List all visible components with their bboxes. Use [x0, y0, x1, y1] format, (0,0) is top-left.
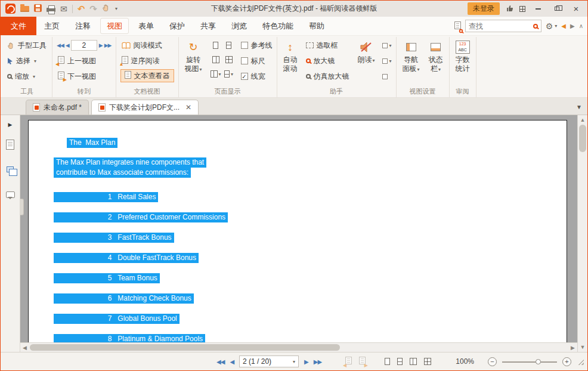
selected-text-line[interactable]: 5 Team Bonus	[54, 273, 160, 283]
tab-list-dropdown-icon[interactable]: ▼	[576, 104, 582, 110]
save-icon[interactable]	[34, 4, 42, 14]
horizontal-scrollbar[interactable]: ◀ ▶	[20, 342, 577, 352]
read-aloud-option-icon-2[interactable]: ▾	[382, 54, 392, 68]
scroll-down-icon[interactable]: ▼	[578, 344, 587, 350]
document-view[interactable]: The Max PlanThe Max Plan integrates nine…	[20, 115, 577, 352]
prev-page-button[interactable]: ◀	[66, 42, 69, 48]
loupe-button[interactable]: 仿真放大镜	[305, 69, 351, 84]
panel-splitter-handle[interactable]	[20, 199, 24, 215]
selected-text-line[interactable]: 3 FastTrack Bonus	[54, 233, 174, 243]
comments-panel-button[interactable]	[1, 182, 20, 207]
next-page-button[interactable]: ▶	[99, 42, 103, 48]
read-aloud-option-icon-1[interactable]: ▾	[382, 38, 392, 52]
zoom-slider[interactable]	[502, 357, 557, 366]
collapse-ribbon-icon[interactable]: ∧	[579, 23, 583, 29]
last-page-button[interactable]: ▶▶	[104, 42, 112, 48]
promote-icon[interactable]	[506, 4, 513, 14]
layout-continuous-icon[interactable]	[226, 42, 231, 49]
ruler-checkbox-row[interactable]: 标尺	[241, 54, 273, 68]
tab-protect[interactable]: 保护	[162, 17, 193, 35]
search-input[interactable]	[469, 22, 531, 30]
autoscroll-button[interactable]: ↕ 自动 滚动	[281, 38, 299, 74]
layout-continuous-facing-icon[interactable]	[225, 56, 233, 63]
tab-share[interactable]: 共享	[193, 17, 224, 35]
zoom-out-button[interactable]: −	[488, 357, 497, 366]
selected-text-line[interactable]: 6 Matching Check Bonus	[54, 293, 194, 304]
hand-tool-icon[interactable]	[102, 4, 110, 14]
statusbar-layout-single-icon[interactable]	[385, 358, 390, 365]
layout-book-icon[interactable]: ▾	[224, 70, 233, 78]
first-page-button[interactable]: ◀◀	[57, 42, 64, 48]
hand-tool-button[interactable]: 手型工具	[6, 38, 48, 52]
read-aloud-option-icon-3[interactable]	[382, 69, 392, 84]
status-bar-button[interactable]: 状态 栏▾	[427, 38, 445, 75]
resize-grip[interactable]	[577, 358, 584, 365]
guides-checkbox[interactable]	[241, 42, 248, 49]
rotate-view-button[interactable]: ↻ 旋转 视图▾	[183, 38, 204, 75]
zoom-tool-button[interactable]: 缩放▾	[6, 69, 48, 84]
word-count-button[interactable]: 123ABC 字数 统计	[454, 38, 472, 74]
read-mode-button[interactable]: 阅读模式	[120, 38, 174, 52]
read-aloud-button[interactable]: 朗读▾	[356, 38, 377, 66]
search-document-icon[interactable]	[454, 21, 461, 32]
statusbar-last-page-icon[interactable]: ▶▶	[314, 358, 321, 365]
doc-tab-active[interactable]: 下载奖金计划PDF文... ✕	[91, 100, 199, 115]
layout-single-page-icon[interactable]	[213, 42, 218, 49]
minimize-button[interactable]	[531, 4, 544, 14]
statusbar-first-page-icon[interactable]: ◀◀	[216, 358, 224, 365]
magnifier-button[interactable]: 放大镜	[305, 54, 351, 68]
expand-panel-button[interactable]: ▶	[1, 118, 20, 132]
next-view-button[interactable]: ▶下一视图	[57, 69, 112, 84]
selected-text-line[interactable]: 4 Double FastTrack Bonus	[54, 253, 199, 263]
login-button[interactable]: 未登录	[468, 2, 500, 15]
apps-grid-icon[interactable]	[519, 6, 525, 12]
selected-text-line[interactable]: 1 Retail Sales	[54, 192, 158, 202]
ruler-checkbox[interactable]	[241, 57, 248, 64]
quickbar-dropdown-icon[interactable]: ▾	[115, 6, 117, 11]
scroll-left-icon[interactable]: ◀	[23, 345, 27, 351]
statusbar-next-page-icon[interactable]: ▶	[304, 358, 308, 365]
statusbar-layout-continuous-facing-icon[interactable]	[424, 358, 431, 365]
horizontal-scroll-thumb[interactable]	[30, 344, 340, 351]
statusbar-prev-page-icon[interactable]: ◀	[230, 358, 234, 365]
redo-icon[interactable]: ↷	[89, 4, 97, 13]
page-number-input[interactable]	[71, 40, 97, 51]
ribbon-scroll-right-icon[interactable]: ▶	[570, 23, 575, 29]
tab-view[interactable]: 视图	[100, 18, 129, 34]
previous-view-button[interactable]: ◀上一视图	[57, 54, 112, 68]
scroll-up-icon[interactable]: ▲	[578, 117, 587, 123]
search-icon[interactable]	[533, 24, 538, 29]
selected-text-line[interactable]: 2 Preferred Customer Commissions	[54, 212, 228, 222]
undo-icon[interactable]: ↶	[78, 4, 85, 13]
selected-text-line[interactable]: The Max Plan integrates nine components …	[54, 157, 206, 168]
select-tool-button[interactable]: 选择▾	[6, 54, 48, 68]
tab-browse[interactable]: 浏览	[224, 17, 255, 35]
statusbar-previous-view-icon[interactable]: ◀	[345, 356, 352, 367]
statusbar-layout-facing-icon[interactable]	[410, 358, 417, 365]
email-icon[interactable]: ✉	[60, 5, 67, 13]
restore-button[interactable]	[550, 4, 564, 14]
close-tab-icon[interactable]: ✕	[185, 103, 191, 112]
open-file-icon[interactable]	[20, 4, 29, 14]
selected-text-line[interactable]: 7 Global Bonus Pool	[54, 314, 180, 324]
reverse-read-button[interactable]: ▲逆序阅读	[120, 54, 174, 68]
page-number-combo[interactable]: 2 (1 / 20) ▾	[239, 355, 299, 367]
pdf-page[interactable]: The Max PlanThe Max Plan integrates nine…	[28, 120, 567, 343]
text-viewer-button[interactable]: 文本查看器	[120, 69, 174, 82]
print-icon[interactable]	[47, 4, 55, 14]
vertical-scrollbar[interactable]: ▲ ▼	[577, 115, 587, 352]
navigation-panels-button[interactable]: 导航 面板▾	[401, 38, 422, 75]
layout-split-icon[interactable]: ▾	[211, 70, 221, 78]
selected-text-line[interactable]: 8 Platinum & Diamond Pools	[54, 334, 205, 343]
line-weights-checkbox[interactable]: ✓	[241, 73, 248, 80]
layers-panel-button[interactable]	[1, 157, 20, 182]
zoom-in-button[interactable]: +	[562, 357, 571, 366]
zoom-slider-handle[interactable]	[536, 359, 541, 364]
statusbar-next-view-icon[interactable]: ▶	[359, 356, 366, 367]
marquee-zoom-button[interactable]: 选取框	[305, 38, 351, 52]
guides-checkbox-row[interactable]: 参考线	[241, 38, 273, 52]
doc-tab-untitled[interactable]: 未命名.pdf *	[26, 100, 89, 115]
line-weights-checkbox-row[interactable]: ✓线宽	[241, 69, 273, 84]
settings-gear-icon[interactable]: ⚙▾	[546, 21, 558, 31]
tab-form[interactable]: 表单	[131, 17, 162, 35]
